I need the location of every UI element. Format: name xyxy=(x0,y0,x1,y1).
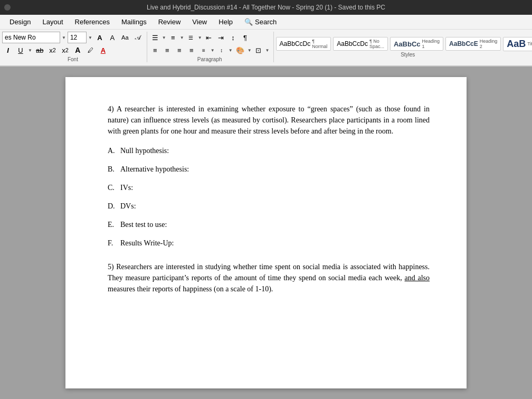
shading-btn[interactable]: 🎨 xyxy=(234,44,246,56)
answer-e-label: E. xyxy=(108,219,118,230)
menu-review[interactable]: Review xyxy=(153,16,186,28)
font-size-dropdown[interactable]: ▼ xyxy=(88,35,93,40)
menu-bar: Design Layout References Mailings Review… xyxy=(0,15,532,30)
clear-format-btn[interactable]: 𝒜 xyxy=(132,32,144,43)
grow-font-btn[interactable]: A xyxy=(94,32,106,43)
question-4-text: 4) A researcher is interested in examini… xyxy=(108,103,430,137)
increase-indent-btn[interactable]: ⇥ xyxy=(215,32,227,43)
font-name-dropdown[interactable]: ▼ xyxy=(61,35,66,40)
justify-btn[interactable]: ≡ xyxy=(186,44,197,56)
title-text: Live and Hybrid_Discussion #14 - All Tog… xyxy=(147,4,385,11)
italic-btn[interactable]: U xyxy=(15,44,26,56)
search-icon: 🔍 xyxy=(244,18,253,26)
style-heading2[interactable]: AaBbCcE Heading 2 xyxy=(445,37,501,51)
menu-help[interactable]: Help xyxy=(213,16,238,28)
numbering-btn[interactable]: ≡ xyxy=(167,32,179,43)
multilevel-dropdown[interactable]: ▼ xyxy=(197,35,203,40)
window-controls xyxy=(4,4,11,11)
border-btn[interactable]: ⊡ xyxy=(253,44,264,56)
font-size-input[interactable] xyxy=(68,32,87,43)
answer-b-text: Alternative hypothesis: xyxy=(120,164,189,175)
font-color-btn[interactable]: A xyxy=(97,44,109,56)
font-name-input[interactable] xyxy=(2,32,60,43)
style-heading2-preview: AaBbCcE xyxy=(449,40,478,48)
answer-a-label: A. xyxy=(108,145,118,156)
align-left-btn[interactable]: ≡ xyxy=(149,44,161,56)
subscript-btn[interactable]: x2 xyxy=(46,44,58,56)
page[interactable]: 4) A researcher is interested in examini… xyxy=(65,77,467,388)
answer-a: A. Null hypothesis: xyxy=(108,145,430,156)
shading-dropdown[interactable]: ▼ xyxy=(247,48,252,53)
answer-c-label: C. xyxy=(108,182,118,193)
numbering-dropdown[interactable]: ▼ xyxy=(179,35,185,40)
style-heading1-preview: AaBbCc xyxy=(394,40,421,48)
search-label: Search xyxy=(255,18,277,26)
line-spacing-btn[interactable]: ↕ xyxy=(216,44,227,56)
strikethrough-btn[interactable]: ab xyxy=(34,44,45,56)
bullets-dropdown[interactable]: ▼ xyxy=(162,35,167,40)
answer-c: C. IVs: xyxy=(108,182,430,193)
column-btn[interactable]: ≡ xyxy=(198,44,210,56)
style-title[interactable]: AaB Title xyxy=(503,37,532,51)
paragraph-group-label: Paragraph xyxy=(149,56,270,62)
answer-b: B. Alternative hypothesis: xyxy=(108,164,430,175)
underline-dropdown[interactable]: ▼ xyxy=(27,48,33,53)
document-area: 4) A researcher is interested in examini… xyxy=(0,66,532,399)
style-normal[interactable]: AaBbCcDc ¶ Normal xyxy=(276,37,331,51)
answer-a-text: Null hypothesis: xyxy=(120,145,169,156)
style-title-label: Title xyxy=(527,41,532,46)
font-group-label: Font xyxy=(2,56,144,62)
menu-layout[interactable]: Layout xyxy=(37,16,68,28)
sort-btn[interactable]: ↕ xyxy=(227,32,239,43)
style-heading1[interactable]: AaBbCc Heading 1 xyxy=(390,37,443,51)
answer-d: D. DVs: xyxy=(108,201,430,212)
answer-f-text: Results Write-Up: xyxy=(120,238,174,249)
style-heading2-label: Heading 2 xyxy=(480,39,498,49)
style-heading1-label: Heading 1 xyxy=(422,39,440,49)
answer-d-text: DVs: xyxy=(120,201,136,212)
menu-view[interactable]: View xyxy=(187,16,212,28)
column-dropdown[interactable]: ▼ xyxy=(210,48,215,53)
line-spacing-dropdown[interactable]: ▼ xyxy=(228,48,233,53)
format-A-btn[interactable]: A xyxy=(72,44,83,56)
style-normal-preview: AaBbCcDc xyxy=(280,40,311,48)
menu-design[interactable]: Design xyxy=(4,16,36,28)
style-title-preview: AaB xyxy=(507,39,526,50)
decrease-indent-btn[interactable]: ⇤ xyxy=(203,32,215,43)
highlight-btn[interactable]: 🖊 xyxy=(84,44,96,56)
question-4-content: 4) A researcher is interested in examini… xyxy=(108,105,430,135)
style-nospace[interactable]: AaBbCcDc ¶ No Spac... xyxy=(333,37,388,51)
align-right-btn[interactable]: ≡ xyxy=(174,44,185,56)
change-case-btn[interactable]: Aa xyxy=(119,32,131,43)
answer-b-label: B. xyxy=(108,164,118,175)
answer-f-label: F. xyxy=(108,238,118,249)
show-hide-btn[interactable]: ¶ xyxy=(240,32,251,43)
align-center-btn[interactable]: ≡ xyxy=(162,44,173,56)
border-dropdown[interactable]: ▼ xyxy=(265,48,270,53)
answer-e-text: Best test to use: xyxy=(120,219,167,230)
multilevel-btn[interactable]: ☰ xyxy=(185,32,197,43)
question-5-text: 5) Researchers are interested in studyin… xyxy=(108,261,430,294)
bold-btn[interactable]: I xyxy=(2,44,14,56)
question-5-content: 5) Researchers are interested in studyin… xyxy=(108,263,430,293)
style-nospace-label: ¶ No Spac... xyxy=(369,39,384,49)
answer-f: F. Results Write-Up: xyxy=(108,238,430,249)
ribbon: ▼ ▼ A A Aa 𝒜 I U ▼ ab x2 x2 A 🖊 A Font xyxy=(0,30,532,66)
answer-e: E. Best test to use: xyxy=(108,219,430,230)
window-circle-1 xyxy=(4,4,11,11)
shrink-font-btn[interactable]: A xyxy=(107,32,118,43)
answer-c-text: IVs: xyxy=(120,182,133,193)
menu-mailings[interactable]: Mailings xyxy=(116,16,152,28)
title-bar: Live and Hybrid_Discussion #14 - All Tog… xyxy=(0,0,532,15)
styles-group-label: Styles xyxy=(276,52,532,58)
style-normal-label: ¶ Normal xyxy=(312,39,327,49)
answer-d-label: D. xyxy=(108,201,118,212)
bullets-btn[interactable]: ☰ xyxy=(149,32,161,43)
menu-references[interactable]: References xyxy=(70,16,115,28)
superscript-btn[interactable]: x2 xyxy=(59,44,71,56)
menu-search[interactable]: 🔍 Search xyxy=(239,16,282,28)
style-nospace-preview: AaBbCcDc xyxy=(337,40,368,48)
